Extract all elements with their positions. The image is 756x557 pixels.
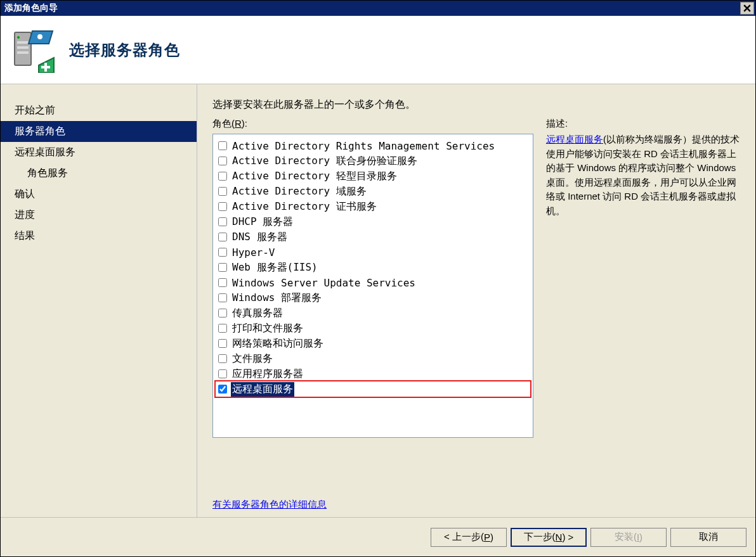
role-row-3[interactable]: Active Directory 域服务	[216, 184, 530, 199]
role-checkbox-11[interactable]	[218, 309, 227, 317]
role-row-7[interactable]: Hyper-V	[216, 245, 530, 260]
wizard-content: 选择要安装在此服务器上的一个或多个角色。 角色(R): Active Direc…	[197, 84, 755, 517]
role-label: Web 服务器(IIS)	[231, 260, 319, 275]
role-checkbox-3[interactable]	[218, 187, 227, 196]
cancel-button[interactable]: 取消	[670, 528, 746, 547]
role-label: Active Directory Rights Management Servi…	[231, 139, 496, 153]
role-row-14[interactable]: 文件服务	[216, 351, 530, 366]
role-checkbox-14[interactable]	[218, 354, 227, 363]
roles-listbox[interactable]: Active Directory Rights Management Servi…	[212, 134, 533, 438]
role-checkbox-5[interactable]	[218, 217, 227, 226]
role-row-16[interactable]: 远程桌面服务	[216, 381, 530, 397]
role-label: DHCP 服务器	[231, 215, 294, 229]
role-row-2[interactable]: Active Directory 轻型目录服务	[216, 169, 530, 184]
close-button[interactable]	[740, 2, 754, 15]
description-text: 远程桌面服务(以前称为终端服务）提供的技术使用户能够访问安装在 RD 会话主机服…	[546, 132, 740, 218]
role-checkbox-10[interactable]	[218, 293, 227, 302]
role-row-5[interactable]: DHCP 服务器	[216, 214, 530, 229]
role-label: Active Directory 联合身份验证服务	[231, 154, 419, 169]
wizard-body: 开始之前服务器角色远程桌面服务角色服务确认进度结果 选择要安装在此服务器上的一个…	[1, 84, 755, 517]
titlebar: 添加角色向导	[1, 1, 755, 16]
sidebar-item-4[interactable]: 确认	[1, 184, 197, 205]
svg-point-3	[17, 36, 20, 39]
role-checkbox-13[interactable]	[218, 339, 227, 348]
role-checkbox-12[interactable]	[218, 324, 227, 333]
role-row-4[interactable]: Active Directory 证书服务	[216, 199, 530, 214]
sidebar-item-3[interactable]: 角色服务	[1, 163, 197, 184]
sidebar-item-1[interactable]: 服务器角色	[1, 121, 197, 142]
header-band: 选择服务器角色	[1, 16, 755, 84]
wizard-footer: < 上一步(P) 下一步(N) > 安装(I) 取消	[1, 517, 755, 556]
close-icon	[743, 4, 751, 12]
role-row-9[interactable]: Windows Server Update Services	[216, 275, 530, 290]
svg-point-8	[37, 34, 42, 39]
back-button[interactable]: < 上一步(P)	[431, 528, 507, 547]
window-title: 添加角色向导	[4, 3, 58, 14]
role-row-6[interactable]: DNS 服务器	[216, 229, 530, 245]
role-checkbox-16[interactable]	[218, 385, 227, 394]
description-link[interactable]: 远程桌面服务	[546, 134, 603, 144]
page-title: 选择服务器角色	[69, 40, 180, 60]
role-label: 传真服务器	[231, 306, 284, 321]
wizard-sidebar: 开始之前服务器角色远程桌面服务角色服务确认进度结果	[1, 84, 197, 517]
role-label: Windows Server Update Services	[231, 276, 417, 290]
role-row-8[interactable]: Web 服务器(IIS)	[216, 260, 530, 275]
role-checkbox-15[interactable]	[218, 369, 227, 378]
role-label: DNS 服务器	[231, 230, 289, 245]
svg-rect-11	[41, 66, 50, 68]
role-checkbox-1[interactable]	[218, 157, 227, 165]
role-label: Hyper-V	[231, 246, 276, 259]
role-label: 网络策略和访问服务	[231, 336, 325, 351]
role-checkbox-4[interactable]	[218, 202, 227, 211]
roles-label: 角色(R):	[212, 118, 533, 130]
role-row-11[interactable]: 传真服务器	[216, 305, 530, 321]
svg-rect-6	[17, 51, 29, 54]
role-row-10[interactable]: Windows 部署服务	[216, 290, 530, 305]
role-label: 打印和文件服务	[231, 321, 304, 336]
role-checkbox-0[interactable]	[218, 141, 227, 150]
more-info-link[interactable]: 有关服务器角色的详细信息	[212, 499, 327, 509]
role-label: 文件服务	[231, 352, 274, 366]
wizard-window: 添加角色向导 选择服务器角色	[0, 0, 756, 557]
sidebar-item-6[interactable]: 结果	[1, 226, 197, 246]
server-role-icon	[11, 27, 56, 73]
role-row-13[interactable]: 网络策略和访问服务	[216, 336, 530, 351]
role-checkbox-9[interactable]	[218, 278, 227, 287]
role-label: Active Directory 轻型目录服务	[231, 169, 398, 184]
sidebar-item-2[interactable]: 远程桌面服务	[1, 142, 197, 163]
role-label: 远程桌面服务	[231, 382, 294, 397]
description-heading: 描述:	[546, 118, 740, 130]
role-label: 应用程序服务器	[231, 367, 304, 381]
role-checkbox-8[interactable]	[218, 263, 227, 272]
more-info-row: 有关服务器角色的详细信息	[212, 499, 740, 511]
role-checkbox-6[interactable]	[218, 233, 227, 241]
role-label: Windows 部署服务	[231, 291, 323, 305]
role-row-0[interactable]: Active Directory Rights Management Servi…	[216, 138, 530, 153]
sidebar-item-0[interactable]: 开始之前	[1, 100, 197, 121]
role-row-12[interactable]: 打印和文件服务	[216, 321, 530, 336]
install-button: 安装(I)	[590, 528, 667, 547]
svg-rect-5	[17, 46, 29, 49]
sidebar-item-5[interactable]: 进度	[1, 205, 197, 226]
role-label: Active Directory 证书服务	[231, 200, 378, 214]
svg-rect-4	[17, 41, 29, 44]
instruction-text: 选择要安装在此服务器上的一个或多个角色。	[212, 98, 740, 112]
role-row-15[interactable]: 应用程序服务器	[216, 366, 530, 381]
next-button[interactable]: 下一步(N) >	[511, 528, 587, 547]
role-checkbox-2[interactable]	[218, 172, 227, 181]
role-row-1[interactable]: Active Directory 联合身份验证服务	[216, 153, 530, 169]
role-checkbox-7[interactable]	[218, 248, 227, 257]
role-label: Active Directory 域服务	[231, 184, 368, 199]
